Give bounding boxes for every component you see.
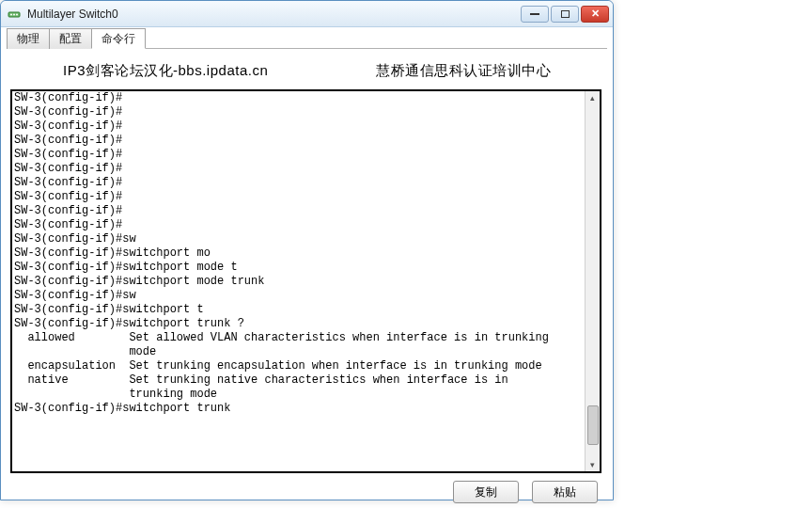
app-icon [7, 7, 22, 22]
banner: IP3剑客论坛汉化-bbs.ipdata.cn 慧桥通信思科认证培训中心 [7, 49, 607, 89]
app-window: Multilayer Switch0 ✕ 物理 配置 命令行 IP3剑客论坛汉化… [0, 0, 614, 500]
window-title: Multilayer Switch0 [27, 8, 515, 21]
maximize-button[interactable] [551, 6, 579, 23]
copy-button[interactable]: 复制 [453, 481, 519, 503]
close-button[interactable]: ✕ [581, 6, 609, 23]
titlebar[interactable]: Multilayer Switch0 ✕ [1, 1, 613, 27]
maximize-icon [561, 10, 570, 18]
minimize-icon [530, 13, 539, 15]
minimize-button[interactable] [521, 6, 549, 23]
terminal-container: SW-3(config-if)# SW-3(config-if)# SW-3(c… [10, 89, 601, 473]
svg-point-2 [13, 13, 15, 15]
scroll-thumb[interactable] [587, 405, 599, 445]
svg-point-3 [16, 13, 18, 15]
scroll-up-icon[interactable]: ▴ [586, 91, 600, 104]
tabstrip: 物理 配置 命令行 [7, 27, 607, 49]
scroll-down-icon[interactable]: ▾ [586, 458, 600, 471]
button-row: 复制 粘贴 [7, 473, 607, 503]
tab-physical[interactable]: 物理 [7, 28, 50, 49]
paste-button[interactable]: 粘贴 [532, 481, 598, 503]
close-icon: ✕ [591, 8, 600, 20]
cli-terminal[interactable]: SW-3(config-if)# SW-3(config-if)# SW-3(c… [10, 89, 601, 473]
window-controls: ✕ [521, 6, 609, 23]
banner-right: 慧桥通信思科认证培训中心 [376, 62, 551, 80]
tab-cli[interactable]: 命令行 [91, 28, 146, 49]
svg-point-1 [10, 13, 12, 15]
banner-left: IP3剑客论坛汉化-bbs.ipdata.cn [63, 62, 376, 80]
client-area: 物理 配置 命令行 IP3剑客论坛汉化-bbs.ipdata.cn 慧桥通信思科… [7, 27, 607, 494]
tab-config[interactable]: 配置 [49, 28, 92, 49]
scrollbar[interactable]: ▴ ▾ [585, 91, 600, 471]
